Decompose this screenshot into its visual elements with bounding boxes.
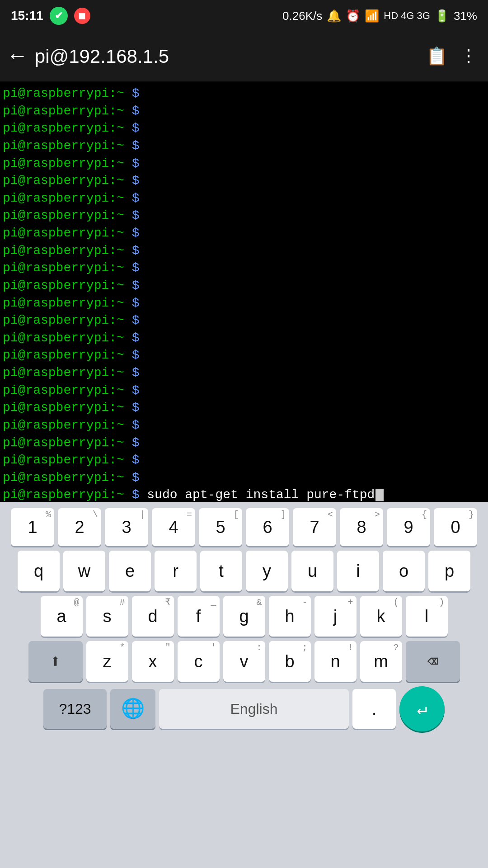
network-speed: 0.26K/s <box>282 9 322 23</box>
bottom-row: ?123 🌐 English . ↵ <box>4 686 484 731</box>
qwerty-row: q w e r t y u i o p <box>4 551 484 591</box>
key-3[interactable]: |3 <box>105 508 148 546</box>
session-title: pi@192.168.1.5 <box>35 46 426 67</box>
terminal[interactable]: pi@raspberrypi:~ $ pi@raspberrypi:~ $ pi… <box>0 81 488 502</box>
asdf-row: @a #s ₹d _f &g -h +j (k )l <box>4 596 484 637</box>
key-e[interactable]: e <box>109 551 151 591</box>
terminal-line: pi@raspberrypi:~ $ <box>3 155 485 173</box>
key-q[interactable]: q <box>18 551 60 591</box>
title-bar: ← pi@192.168.1.5 📋 ⋮ <box>0 32 488 81</box>
key-n[interactable]: !n <box>314 641 357 682</box>
more-options-button[interactable]: ⋮ <box>460 46 477 67</box>
space-label: English <box>230 702 278 716</box>
terminal-cursor <box>375 489 384 501</box>
key-v[interactable]: :v <box>223 641 265 682</box>
shift-key[interactable]: ⬆ <box>28 641 83 682</box>
num-switch-label: ?123 <box>59 702 91 716</box>
terminal-line: pi@raspberrypi:~ $ <box>3 120 485 137</box>
key-b[interactable]: ;b <box>269 641 311 682</box>
terminal-line: pi@raspberrypi:~ $ <box>3 417 485 434</box>
key-d[interactable]: ₹d <box>132 596 174 637</box>
number-row: %1 \2 |3 =4 [5 ]6 <7 >8 {9 }0 <box>4 508 484 546</box>
time: 15:11 <box>11 9 43 23</box>
key-m[interactable]: ?m <box>360 641 402 682</box>
terminal-line: pi@raspberrypi:~ $ <box>3 452 485 469</box>
key-p[interactable]: p <box>428 551 470 591</box>
key-c[interactable]: 'c <box>178 641 220 682</box>
record-icon: ■ <box>74 8 90 24</box>
key-0[interactable]: }0 <box>434 508 477 546</box>
clipboard-button[interactable]: 📋 <box>426 46 447 67</box>
key-4[interactable]: =4 <box>152 508 195 546</box>
back-button[interactable]: ← <box>11 46 24 67</box>
terminal-line: pi@raspberrypi:~ $ <box>3 137 485 155</box>
backspace-icon: ⌫ <box>427 651 438 673</box>
zxcv-row: ⬆ *z "x 'c :v ;b !n ?m ⌫ <box>4 641 484 682</box>
backspace-key[interactable]: ⌫ <box>406 641 460 682</box>
terminal-line: pi@raspberrypi:~ $ <box>3 190 485 208</box>
battery-percent: 31% <box>454 9 477 23</box>
network-signal: HD 4G 3G <box>384 10 430 22</box>
period-key[interactable]: . <box>352 689 396 729</box>
terminal-line: pi@raspberrypi:~ $ <box>3 312 485 330</box>
terminal-line: pi@raspberrypi:~ $ <box>3 434 485 452</box>
terminal-line: pi@raspberrypi:~ $ <box>3 225 485 242</box>
terminal-line: pi@raspberrypi:~ $ <box>3 469 485 487</box>
battery-icon: 🔋 <box>435 9 449 23</box>
key-u[interactable]: u <box>291 551 333 591</box>
key-o[interactable]: o <box>383 551 425 591</box>
key-a[interactable]: @a <box>41 596 83 637</box>
globe-icon: 🌐 <box>121 697 145 721</box>
status-bar: 15:11 ✔ ■ 0.26K/s 🔔 ⏰ 📶 HD 4G 3G 🔋 31% <box>0 0 488 32</box>
terminal-line: pi@raspberrypi:~ $ <box>3 295 485 312</box>
key-g[interactable]: &g <box>223 596 265 637</box>
key-8[interactable]: >8 <box>340 508 383 546</box>
terminal-line: pi@raspberrypi:~ $ <box>3 347 485 364</box>
terminal-line: pi@raspberrypi:~ $ <box>3 364 485 382</box>
whatsapp-icon: ✔ <box>50 7 68 25</box>
wifi-icon: 📶 <box>365 9 379 23</box>
key-w[interactable]: w <box>63 551 105 591</box>
num-switch-key[interactable]: ?123 <box>43 689 107 729</box>
globe-key[interactable]: 🌐 <box>110 689 155 729</box>
terminal-line: pi@raspberrypi:~ $ <box>3 103 485 120</box>
key-2[interactable]: \2 <box>58 508 101 546</box>
terminal-line: pi@raspberrypi:~ $ <box>3 242 485 260</box>
status-right: 0.26K/s 🔔 ⏰ 📶 HD 4G 3G 🔋 31% <box>282 9 477 23</box>
terminal-line: pi@raspberrypi:~ $ <box>3 330 485 347</box>
enter-icon: ↵ <box>417 698 427 719</box>
key-h[interactable]: -h <box>269 596 311 637</box>
key-k[interactable]: (k <box>360 596 402 637</box>
key-z[interactable]: *z <box>86 641 128 682</box>
keyboard: %1 \2 |3 =4 [5 ]6 <7 >8 {9 }0 q w e r t … <box>0 502 488 868</box>
terminal-line: pi@raspberrypi:~ $ <box>3 207 485 225</box>
terminal-line: pi@raspberrypi:~ $ <box>3 172 485 190</box>
key-j[interactable]: +j <box>314 596 357 637</box>
terminal-line: pi@raspberrypi:~ $ <box>3 277 485 295</box>
terminal-line: pi@raspberrypi:~ $ <box>3 382 485 400</box>
terminal-active-line: pi@raspberrypi:~ $ sudo apt-get install … <box>3 486 485 502</box>
key-x[interactable]: "x <box>132 641 174 682</box>
mute-icon: 🔔 <box>327 9 341 23</box>
key-6[interactable]: ]6 <box>246 508 289 546</box>
terminal-line: pi@raspberrypi:~ $ <box>3 85 485 103</box>
key-1[interactable]: %1 <box>11 508 54 546</box>
key-f[interactable]: _f <box>178 596 220 637</box>
status-left: 15:11 ✔ ■ <box>11 7 90 25</box>
title-icons: 📋 ⋮ <box>426 46 477 67</box>
alarm-icon: ⏰ <box>346 9 360 23</box>
key-t[interactable]: t <box>200 551 242 591</box>
key-r[interactable]: r <box>155 551 197 591</box>
key-s[interactable]: #s <box>86 596 128 637</box>
key-5[interactable]: [5 <box>199 508 242 546</box>
terminal-line: pi@raspberrypi:~ $ <box>3 259 485 277</box>
shift-icon: ⬆ <box>50 651 61 673</box>
key-y[interactable]: y <box>246 551 288 591</box>
space-key[interactable]: English <box>159 689 349 729</box>
key-9[interactable]: {9 <box>387 508 430 546</box>
enter-key[interactable]: ↵ <box>399 686 445 731</box>
key-i[interactable]: i <box>337 551 379 591</box>
terminal-line: pi@raspberrypi:~ $ <box>3 399 485 417</box>
key-7[interactable]: <7 <box>293 508 336 546</box>
key-l[interactable]: )l <box>406 596 448 637</box>
